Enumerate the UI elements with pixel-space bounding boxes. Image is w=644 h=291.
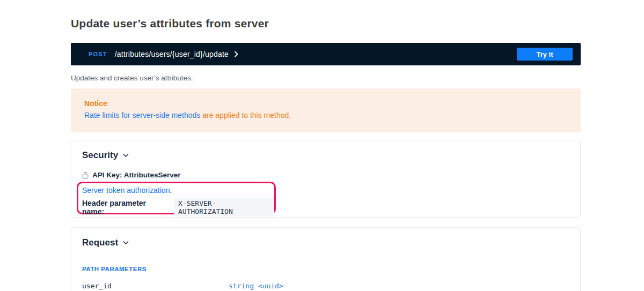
param-row-user-id: user_id string <uuid> bbox=[82, 282, 569, 290]
header-param-value-code: X-SERVER-AUTHORIZATION bbox=[174, 198, 274, 217]
api-key-label: API Key: AttributesServer bbox=[92, 171, 181, 179]
highlight-annotation: Server token authorization. Header param… bbox=[77, 182, 276, 214]
chevron-down-icon bbox=[123, 153, 129, 158]
endpoint-path: /attributes/users/{user_id}/update bbox=[115, 50, 229, 58]
header-param-row: Header parameter name: X-SERVER-AUTHORIZ… bbox=[82, 198, 274, 217]
server-token-auth-link[interactable]: Server token authorization bbox=[82, 186, 170, 195]
chevron-down-icon bbox=[123, 241, 129, 245]
endpoint-bar[interactable]: POST /attributes/users/{user_id}/update … bbox=[71, 43, 581, 65]
security-heading-label: Security bbox=[82, 150, 118, 161]
chevron-right-icon bbox=[234, 51, 238, 57]
security-card: Security API Key: AttributesServer Serve… bbox=[71, 140, 581, 218]
notice-text-after-link: are applied to this method. bbox=[200, 111, 291, 120]
notice-box: Notice Rate limits for server-side metho… bbox=[71, 88, 581, 132]
auth-link-row: Server token authorization. bbox=[82, 186, 274, 195]
lock-icon bbox=[82, 171, 89, 179]
path-parameters-label: PATH PARAMETERS bbox=[82, 266, 569, 273]
page-title: Update user’s attributes from server bbox=[71, 0, 581, 31]
request-heading-label: Request bbox=[82, 237, 118, 248]
endpoint-description: Updates and creates user’s attributes. bbox=[71, 74, 581, 82]
auth-link-period: . bbox=[170, 186, 172, 195]
request-section-heading[interactable]: Request bbox=[82, 237, 569, 248]
param-type: string <uuid> bbox=[229, 282, 283, 290]
header-param-label: Header parameter name: bbox=[82, 199, 170, 216]
notice-title: Notice bbox=[84, 99, 581, 108]
http-method-badge: POST bbox=[89, 51, 107, 57]
param-name: user_id bbox=[82, 282, 229, 290]
notice-text: Rate limits for server-side methods are … bbox=[84, 111, 581, 120]
rate-limits-link[interactable]: Rate limits for server-side methods bbox=[84, 111, 200, 120]
security-section-heading[interactable]: Security bbox=[82, 150, 569, 161]
try-it-button[interactable]: Try it bbox=[517, 48, 573, 61]
api-key-row: API Key: AttributesServer bbox=[82, 171, 569, 179]
request-card: Request PATH PARAMETERS user_id string <… bbox=[71, 227, 581, 291]
main-content: Update user’s attributes from server POS… bbox=[71, 0, 581, 291]
